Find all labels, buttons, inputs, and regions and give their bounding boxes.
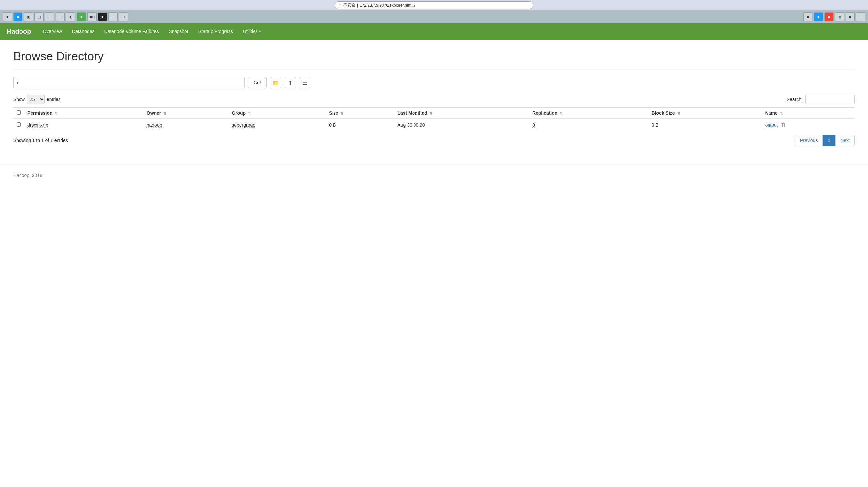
cell-group: supergroup — [228, 119, 326, 131]
cell-last-modified: Aug 30 00:20 — [394, 119, 529, 131]
sort-icon-last-modified: ⇅ — [429, 111, 432, 115]
col-header-group[interactable]: Group ⇅ — [228, 108, 326, 119]
upload-icon-button[interactable]: ⬆ — [285, 77, 296, 88]
navbar-brand[interactable]: Hadoop — [7, 28, 31, 35]
footer: Hadoop, 2018. — [0, 166, 868, 185]
cell-owner: hadoop — [144, 119, 228, 131]
sort-icon-size: ⇅ — [340, 111, 343, 115]
cell-permission: drwxr-xr-x — [24, 119, 144, 131]
list-icon-button[interactable]: ☰ — [299, 77, 310, 88]
main-content: Browse Directory Go! 📁 ⬆ ☰ Show 10 25 50… — [0, 40, 868, 159]
col-label-last-modified: Last Modified — [397, 110, 427, 116]
upload-icon: ⬆ — [288, 79, 292, 86]
path-row: Go! 📁 ⬆ ☰ — [13, 77, 855, 88]
cell-size: 0 B — [326, 119, 394, 131]
security-label: 不安全 — [343, 2, 355, 8]
nav-link-datanode-volume-failures[interactable]: Datanode Volume Failures — [99, 23, 164, 40]
nav-link-startup-progress[interactable]: Startup Progress — [193, 23, 238, 40]
sort-icon-owner: ⇅ — [163, 111, 166, 115]
cell-block-size: 0 B — [649, 119, 762, 131]
taskbar-item[interactable]: · — [856, 12, 865, 22]
sort-icon-replication: ⇅ — [560, 111, 563, 115]
go-button[interactable]: Go! — [248, 77, 267, 88]
show-label: Show — [13, 97, 25, 102]
folder-icon-button[interactable]: 📁 — [270, 77, 281, 88]
divider — [13, 70, 855, 70]
previous-button[interactable]: Previous — [795, 135, 823, 146]
taskbar: ■ ■ ▣ ◫ — — ◧ ■ ◼◻ ■ □ □ ◼ ■ ■ ▤ ■ · — [0, 10, 868, 23]
path-input[interactable] — [13, 77, 245, 88]
taskbar-item[interactable]: ◫ — [34, 12, 43, 22]
group-value: supergroup — [232, 122, 255, 128]
col-header-block-size[interactable]: Block Size ⇅ — [649, 108, 762, 119]
search-input[interactable] — [805, 95, 855, 104]
sort-icon-name: ⇅ — [780, 111, 783, 115]
col-label-replication: Replication — [532, 110, 557, 116]
page-1-button[interactable]: 1 — [823, 135, 835, 146]
sort-icon-permission: ⇅ — [55, 111, 58, 115]
file-link[interactable]: output — [765, 122, 778, 128]
row-checkbox[interactable] — [17, 122, 21, 127]
col-label-group: Group — [232, 110, 246, 116]
taskbar-item[interactable]: ■ — [825, 12, 834, 22]
taskbar-item[interactable]: — — [56, 12, 65, 22]
lock-icon: ⚠ — [339, 3, 342, 7]
list-icon: ☰ — [303, 79, 307, 86]
table-controls: Show 10 25 50 100 entries Search: — [13, 95, 855, 104]
taskbar-item[interactable]: □ — [119, 12, 128, 22]
taskbar-item[interactable]: ■ — [13, 12, 23, 22]
delete-button[interactable]: 🗑 — [779, 121, 787, 129]
col-label-size: Size — [329, 110, 338, 116]
entries-select[interactable]: 10 25 50 100 — [27, 95, 44, 104]
owner-value: hadoop — [147, 122, 162, 128]
nav-link-datanodes[interactable]: Datanodes — [67, 23, 99, 40]
col-header-last-modified[interactable]: Last Modified ⇅ — [394, 108, 529, 119]
table-row: drwxr-xr-x hadoop supergroup 0 B Aug 30 … — [13, 119, 855, 131]
folder-icon: 📁 — [272, 79, 279, 86]
taskbar-item[interactable]: ■ — [77, 12, 86, 22]
nav-link-overview[interactable]: Overview — [38, 23, 67, 40]
col-label-owner: Owner — [147, 110, 161, 116]
sort-icon-block-size: ⇅ — [677, 111, 680, 115]
next-button[interactable]: Next — [835, 135, 855, 146]
show-entries: Show 10 25 50 100 entries — [13, 95, 61, 104]
search-label: Search: — [787, 97, 803, 102]
search-row: Search: — [787, 95, 855, 104]
col-header-replication[interactable]: Replication ⇅ — [529, 108, 649, 119]
directory-table: Permission ⇅ Owner ⇅ Group ⇅ Size ⇅ Last… — [13, 107, 855, 131]
select-all-checkbox[interactable] — [17, 110, 21, 115]
nav-link-snapshot[interactable]: Snapshot — [164, 23, 193, 40]
taskbar-item[interactable]: ■ — [98, 12, 107, 22]
taskbar-item[interactable]: ◼◻ — [87, 12, 96, 22]
taskbar-item[interactable]: — — [45, 12, 54, 22]
browser-chrome: ⚠ 不安全 | 172.23.7.9:9870/explorer.html#/ — [0, 0, 868, 10]
col-header-permission[interactable]: Permission ⇅ — [24, 108, 144, 119]
nav-link-utilities[interactable]: Utilities ▾ — [238, 23, 266, 40]
taskbar-item[interactable]: ◼ — [803, 12, 812, 22]
taskbar-item[interactable]: ■ — [3, 12, 12, 22]
footer-text: Hadoop, 2018. — [13, 173, 43, 178]
cell-replication: 0 — [529, 119, 649, 131]
sort-icon-group: ⇅ — [248, 111, 251, 115]
taskbar-item[interactable]: ■ — [845, 12, 855, 22]
col-header-owner[interactable]: Owner ⇅ — [144, 108, 228, 119]
url-bar: ⚠ 不安全 | 172.23.7.9:9870/explorer.html#/ — [335, 1, 533, 9]
taskbar-item[interactable]: ■ — [814, 12, 823, 22]
pagination: Previous 1 Next — [795, 135, 855, 146]
cell-name: output 🗑 — [762, 119, 855, 131]
taskbar-item[interactable]: □ — [108, 12, 118, 22]
col-label-permission: Permission — [27, 110, 52, 116]
url-text: 172.23.7.9:9870/explorer.html#/ — [360, 3, 415, 8]
col-header-name[interactable]: Name ⇅ — [762, 108, 855, 119]
col-header-size[interactable]: Size ⇅ — [326, 108, 394, 119]
entries-label: entries — [46, 97, 61, 102]
col-label-block-size: Block Size — [652, 110, 675, 116]
taskbar-item[interactable]: ▣ — [24, 12, 33, 22]
page-title: Browse Directory — [13, 50, 855, 63]
pagination-row: Showing 1 to 1 of 1 entries Previous 1 N… — [13, 131, 855, 149]
dropdown-caret-icon: ▾ — [259, 30, 261, 33]
navbar: Hadoop Overview Datanodes Datanode Volum… — [0, 23, 868, 40]
taskbar-item[interactable]: ▤ — [835, 12, 844, 22]
taskbar-item[interactable]: ◧ — [66, 12, 75, 22]
col-label-name: Name — [765, 110, 778, 116]
